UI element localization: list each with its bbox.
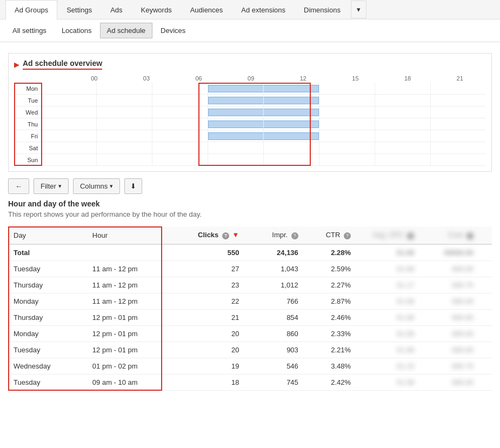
day-cells-wed — [41, 106, 486, 118]
row-clicks-4: 20 — [179, 326, 245, 342]
back-button[interactable]: ← — [8, 178, 29, 194]
row-impr-0: 1,043 — [244, 261, 303, 277]
day-row-mon: Mon — [14, 83, 486, 95]
tab-keywords[interactable]: Keywords — [132, 0, 181, 19]
row-ctr-1: 2.27% — [304, 277, 356, 293]
col-header-day[interactable]: Day — [8, 226, 87, 244]
row-hour-0: 11 am - 12 pm — [87, 261, 179, 277]
hour-label-03: 03 — [121, 75, 173, 82]
main-content: ▶ Ad schedule overview 00 03 06 09 12 15… — [0, 42, 500, 396]
tab-ad-groups[interactable]: Ad Groups — [5, 0, 57, 19]
col-header-ctr[interactable]: CTR ? — [304, 226, 356, 244]
filter-button[interactable]: Filter ▾ — [34, 178, 69, 194]
row-ctr-0: 2.59% — [304, 261, 356, 277]
row-impr-4: 860 — [244, 326, 303, 342]
day-label-mon: Mon — [14, 85, 41, 92]
row-hour-6: 01 pm - 02 pm — [87, 358, 179, 375]
row-ctr-6: 3.48% — [304, 358, 356, 375]
row-day-6: Wednesday — [8, 358, 87, 375]
row-day-3: Thursday — [8, 310, 87, 326]
day-cells-sat — [41, 142, 486, 153]
back-icon: ← — [15, 182, 22, 190]
tab-settings[interactable]: Settings — [57, 0, 101, 19]
row-clicks-7: 18 — [179, 375, 245, 391]
tab-audiences[interactable]: Audiences — [181, 0, 232, 19]
row-impr-2: 766 — [244, 293, 303, 310]
day-cells-sun — [41, 154, 486, 165]
col-header-impr[interactable]: Impr. ? — [244, 226, 303, 244]
row-clicks-2: 22 — [179, 293, 245, 310]
col-header-hour[interactable]: Hour — [87, 226, 179, 244]
toolbar: ← Filter ▾ Columns ▾ ⬇ — [8, 178, 492, 194]
clicks-help-icon[interactable]: ? — [222, 232, 229, 239]
download-icon: ⬇ — [130, 182, 136, 190]
hour-labels: 00 03 06 09 12 15 18 21 — [14, 75, 486, 82]
download-button[interactable]: ⬇ — [124, 178, 142, 194]
table-row: Thursday 11 am - 12 pm 23 1,012 2.27% 01… — [8, 277, 492, 293]
day-label-fri: Fri — [14, 133, 41, 139]
row-clicks-0: 27 — [179, 261, 245, 277]
row-day-5: Tuesday — [8, 342, 87, 358]
more-tabs-button[interactable]: ▾ — [351, 1, 366, 18]
row-avgcpc-6: 01.15 — [356, 358, 419, 375]
tab-ad-extensions[interactable]: Ad extensions — [232, 0, 295, 19]
col-header-cost[interactable]: Cost ? — [419, 226, 478, 244]
row-day-4: Monday — [8, 326, 87, 342]
ctr-help-icon[interactable]: ? — [344, 232, 351, 239]
row-ctr-2: 2.87% — [304, 293, 356, 310]
columns-label: Columns — [80, 182, 108, 190]
total-hour-cell — [87, 244, 179, 261]
sub-tab-all-settings[interactable]: All settings — [5, 23, 54, 38]
day-label-tue: Tue — [14, 97, 41, 104]
columns-button[interactable]: Columns ▾ — [73, 178, 120, 194]
table-header-row: Day Hour Clicks ? ▼ Impr. ? — [8, 226, 492, 244]
collapse-arrow[interactable]: ▶ — [14, 61, 19, 69]
row-hour-3: 12 pm - 01 pm — [87, 310, 179, 326]
sub-tab-devices[interactable]: Devices — [154, 23, 192, 38]
cost-help-icon[interactable]: ? — [466, 232, 474, 239]
row-avgcpc-2: 01.08 — [356, 293, 419, 310]
row-hour-4: 12 pm - 01 pm — [87, 326, 179, 342]
day-row-wed: Wed — [14, 106, 486, 118]
row-clicks-3: 21 — [179, 310, 245, 326]
table-row: Wednesday 01 pm - 02 pm 19 546 3.48% 01.… — [8, 358, 492, 375]
col-header-avgcpc[interactable]: Avg. CPC ? — [356, 226, 419, 244]
row-cost-4: 000.00 — [419, 326, 478, 342]
sub-tab-locations[interactable]: Locations — [55, 23, 99, 38]
row-cost-1: 000.75 — [419, 277, 478, 293]
row-day-0: Tuesday — [8, 261, 87, 277]
hour-label-18: 18 — [382, 75, 434, 82]
sub-tab-ad-schedule[interactable]: Ad schedule — [100, 23, 153, 38]
row-clicks-1: 23 — [179, 277, 245, 293]
day-row-tue: Tue — [14, 95, 486, 106]
total-ctr-cell: 2.28% — [304, 244, 356, 261]
section-header: ▶ Ad schedule overview — [14, 59, 486, 70]
tab-ads[interactable]: Ads — [101, 0, 131, 19]
grid-body: Mon Tue — [14, 83, 486, 166]
row-day-1: Thursday — [8, 277, 87, 293]
day-cells-thu — [41, 118, 486, 130]
table-total-row: Total 550 24,136 2.28% 01.08 00000.00 — [8, 244, 492, 261]
tab-dimensions[interactable]: Dimensions — [295, 0, 350, 19]
row-impr-7: 745 — [244, 375, 303, 391]
clicks-sort-icon: ▼ — [232, 231, 239, 239]
hour-label-09: 09 — [225, 75, 277, 82]
avgcpc-help-icon[interactable]: ? — [407, 232, 414, 239]
section-title: Ad schedule overview — [23, 59, 102, 70]
day-label-thu: Thu — [14, 121, 41, 128]
row-ctr-5: 2.21% — [304, 342, 356, 358]
col-header-clicks[interactable]: Clicks ? ▼ — [179, 226, 245, 244]
day-label-wed: Wed — [14, 109, 41, 116]
row-cost-7: 000.00 — [419, 375, 478, 391]
day-label-sat: Sat — [14, 145, 41, 151]
row-cost-6: 000.70 — [419, 358, 478, 375]
filter-label: Filter — [41, 182, 56, 190]
row-hour-5: 12 pm - 01 pm — [87, 342, 179, 358]
top-nav: Ad Groups Settings Ads Keywords Audience… — [0, 0, 500, 19]
impr-help-icon[interactable]: ? — [291, 232, 298, 239]
row-avgcpc-1: 01.17 — [356, 277, 419, 293]
row-impr-1: 1,012 — [244, 277, 303, 293]
total-clicks-cell: 550 — [179, 244, 245, 261]
day-row-thu: Thu — [14, 118, 486, 130]
row-day-2: Monday — [8, 293, 87, 310]
